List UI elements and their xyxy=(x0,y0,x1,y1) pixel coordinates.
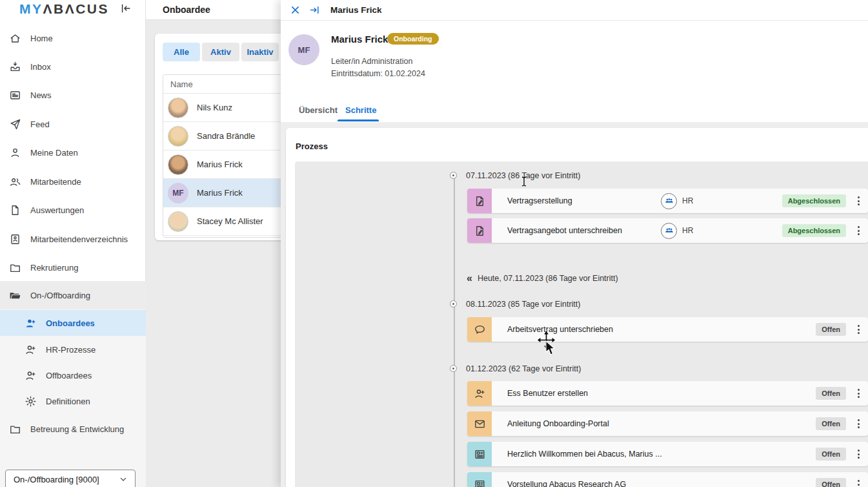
avatar-initials: MF xyxy=(168,183,188,203)
task-card-vertragsangebot[interactable]: Vertragsangebot unterschreiben HR Abgesc… xyxy=(467,218,868,243)
table-row[interactable]: Nils Kunz xyxy=(163,94,291,122)
kebab-menu-icon[interactable] xyxy=(854,447,863,461)
task-tile xyxy=(467,472,492,487)
sidebar-item-label: Offboardees xyxy=(46,371,92,380)
sidebar-item-home[interactable]: Home xyxy=(0,24,146,52)
status-badge: Abgeschlossen xyxy=(782,194,846,207)
task-card-arbeitsvertrag[interactable]: Arbeitsvertrag unterschrieben Offen xyxy=(467,317,868,342)
task-label: Anleitung Onboarding-Portal xyxy=(507,419,609,428)
sidebar-item-label: Meine Daten xyxy=(30,148,78,158)
task-card-vertragserstellung[interactable]: Vertragserstellung HR Abgeschlossen xyxy=(467,189,868,213)
sidebar-item-label: News xyxy=(30,90,52,100)
sidebar-item-rekrutierung[interactable]: Rekrutierung xyxy=(0,253,146,282)
open-fullscreen-icon[interactable] xyxy=(309,5,320,16)
person-add-icon xyxy=(25,317,37,329)
task-card-vorstellung[interactable]: Vorstellung Abacus Research AG Offen xyxy=(467,472,868,487)
inbox-icon xyxy=(9,61,21,73)
detail-panel-header: Marius Frick xyxy=(281,0,868,21)
avatar xyxy=(168,98,188,118)
table-row[interactable]: Marius Frick xyxy=(163,150,291,179)
chat-bubble-icon xyxy=(474,324,486,336)
task-assignee: HR xyxy=(661,193,693,209)
filter-aktiv-button[interactable]: Aktiv xyxy=(202,43,239,61)
onboardee-name: Sandra Brändle xyxy=(197,131,255,141)
kebab-menu-icon[interactable] xyxy=(854,386,863,400)
kebab-menu-icon[interactable] xyxy=(854,194,863,208)
task-label: Vertragsangebot unterschreiben xyxy=(507,226,622,235)
workspace-selector-dropdown[interactable]: On-/Offboarding [9000] xyxy=(5,470,136,487)
onboardee-name: Nils Kunz xyxy=(197,103,232,112)
status-badge: Offen xyxy=(816,417,846,430)
sidebar-item-news[interactable]: News xyxy=(0,81,146,109)
process-timeline: 07.11.2023 (86 Tage vor Eintritt) Vertra… xyxy=(295,161,868,487)
task-card-anleitung-portal[interactable]: Anleitung Onboarding-Portal Offen xyxy=(467,411,868,436)
sidebar-item-label: Rekrutierung xyxy=(30,263,78,273)
gear-icon xyxy=(25,395,37,408)
kebab-menu-icon[interactable] xyxy=(854,477,863,487)
status-badge: Offen xyxy=(816,478,846,487)
table-row[interactable]: Stacey Mc Allister xyxy=(163,207,291,236)
task-assignee: HR xyxy=(661,223,693,239)
status-badge: Offen xyxy=(816,323,846,336)
process-card: Prozess 07.11.2023 (86 Tage vor Eintritt… xyxy=(286,128,868,487)
sidebar-item-meine-daten[interactable]: Meine Daten xyxy=(0,138,146,167)
filter-button-group: Alle Aktiv Inaktiv xyxy=(163,43,279,61)
table-row[interactable]: Sandra Brändle xyxy=(163,122,291,150)
contact-card-icon xyxy=(9,233,21,245)
sidebar-item-label: Feed xyxy=(30,119,50,129)
task-tile xyxy=(467,411,492,436)
sidebar-item-mitarbeitendenverzeichnis[interactable]: Mitarbeitendenverzeichnis xyxy=(0,225,146,253)
sidebar-item-betreuung-entwicklung[interactable]: Betreuung & Entwicklung xyxy=(0,415,146,443)
assignee-name: HR xyxy=(682,226,693,235)
kebab-menu-icon[interactable] xyxy=(854,417,863,431)
task-tile xyxy=(467,442,492,466)
collapse-sidebar-icon[interactable] xyxy=(119,2,132,15)
sidebar-item-mitarbeitende[interactable]: Mitarbeitende xyxy=(0,167,146,196)
active-tab-underline xyxy=(338,119,379,121)
sidebar-item-label: Mitarbeitendenverzeichnis xyxy=(30,234,128,244)
process-title: Prozess xyxy=(296,141,328,151)
sidebar-item-on-offboarding[interactable]: On-/Offboarding xyxy=(0,281,146,309)
send-icon xyxy=(9,118,21,130)
today-marker-label: Heute, 07.11.2023 (86 Tage vor Eintritt) xyxy=(478,274,618,283)
onboardee-list-panel: Onboardee Alle Aktiv Inaktiv Name Nils K… xyxy=(146,0,294,487)
tab-schritte[interactable]: Schritte xyxy=(345,105,376,115)
filter-inaktiv-button[interactable]: Inaktiv xyxy=(241,43,279,61)
kebab-menu-icon[interactable] xyxy=(854,223,863,238)
sidebar-item-feed[interactable]: Feed xyxy=(0,110,146,138)
kebab-menu-icon[interactable] xyxy=(854,322,863,337)
task-tile xyxy=(467,189,492,213)
sidebar-item-label: Home xyxy=(30,34,53,43)
sidebar-item-inbox[interactable]: Inbox xyxy=(0,52,146,81)
workspace-selector-value: On-/Offboarding [9000] xyxy=(14,475,99,484)
hr-group-icon xyxy=(661,223,677,239)
task-card-willkommen[interactable]: Herzlich Willkommen bei Abacus, Marius .… xyxy=(467,442,868,466)
table-row-selected[interactable]: MFMarius Frick xyxy=(163,179,291,207)
sidebar-item-onboardees[interactable]: Onboardees xyxy=(0,310,146,336)
sidebar-item-offboardees[interactable]: Offboardees xyxy=(0,362,146,388)
timeline-date: 07.11.2023 (86 Tage vor Eintritt) xyxy=(466,171,580,180)
home-icon xyxy=(9,32,21,45)
sidebar-item-definitionen[interactable]: Definitionen xyxy=(0,388,146,414)
detail-title: Marius Frick xyxy=(330,5,382,15)
sidebar-item-hr-prozesse[interactable]: HR-Prozesse xyxy=(0,337,146,362)
person-add-icon xyxy=(474,388,486,400)
task-label: Vertragserstellung xyxy=(507,196,572,205)
close-icon[interactable] xyxy=(290,5,301,16)
sidebar-item-label: Onboardees xyxy=(46,318,95,328)
sidebar-item-auswertungen[interactable]: Auswertungen xyxy=(0,196,146,224)
filter-alle-button[interactable]: Alle xyxy=(163,43,200,61)
news-icon xyxy=(9,89,21,101)
task-label: Herzlich Willkommen bei Abacus, Marius .… xyxy=(507,450,662,459)
task-card-ess-benutzer[interactable]: Ess Benutzer erstellen Offen xyxy=(467,381,868,406)
tab-uebersicht[interactable]: Übersicht xyxy=(299,105,338,115)
myabacus-logo: MYΛBΛCUS xyxy=(19,1,109,17)
timeline-node xyxy=(450,300,457,307)
task-tile xyxy=(467,218,492,243)
task-tile xyxy=(467,317,492,342)
chevron-down-icon xyxy=(118,474,128,484)
status-badge: Offen xyxy=(816,387,846,400)
folder-icon xyxy=(9,423,21,435)
profile-name: Marius Frick xyxy=(331,34,388,45)
sidebar-item-label: Inbox xyxy=(30,62,51,72)
